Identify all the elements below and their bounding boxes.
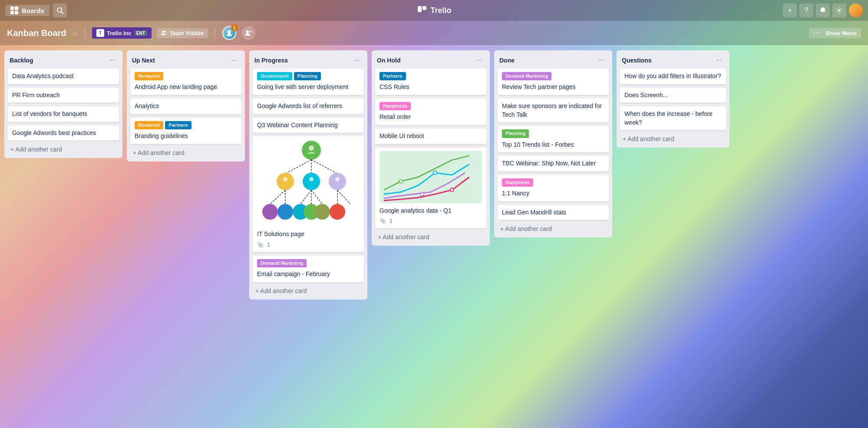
svg-point-7 [228, 30, 231, 33]
card-labels-trends: Planning [502, 129, 604, 138]
card-meta-it: 📎 1 [257, 241, 360, 249]
card-email-campaign[interactable]: Demand Marketing Email campaign - Februa… [253, 256, 364, 282]
column-title-on-hold: On Hold [377, 57, 400, 64]
svg-rect-2 [417, 6, 421, 12]
column-header-done: Done ··· [498, 54, 609, 69]
column-header-on-hold: On Hold ··· [375, 54, 486, 69]
svg-line-20 [300, 190, 311, 204]
bell-icon [819, 7, 826, 14]
label-demand-marketing2: Demand Marketing [502, 72, 551, 80]
svg-point-30 [330, 204, 345, 220]
column-header-backlog: Backlog ··· [8, 54, 119, 69]
card-q3-webinar[interactable]: Q3 Webinar Content Planning [253, 118, 364, 133]
add-card-backlog[interactable]: + Add another card [8, 144, 119, 155]
column-menu-in-progress[interactable]: ··· [351, 56, 362, 65]
help-button[interactable]: ? [799, 3, 813, 17]
search-button[interactable] [53, 3, 67, 17]
column-menu-questions[interactable]: ··· [713, 56, 724, 65]
card-mobile-ui[interactable]: Mobile UI reboot [375, 128, 486, 144]
show-menu-button[interactable]: ··· Show Menu [809, 28, 861, 38]
card-how-filters[interactable]: How do you add filters in Illustrator? [620, 69, 726, 84]
label-happiness2: Happiness [502, 178, 533, 187]
add-card-in-progress[interactable]: + Add another card [253, 286, 364, 296]
gear-icon [836, 7, 843, 14]
column-up-next: Up Next ··· Remarket Android App new lan… [127, 50, 245, 161]
add-member-button[interactable] [241, 26, 255, 40]
boards-button[interactable]: Boards [5, 5, 50, 16]
card-labels-email: Demand Marketing [257, 259, 360, 267]
column-backlog: Backlog ··· Data Analytics podcast PR Fi… [4, 50, 122, 158]
label-partners: Partners [165, 121, 191, 129]
add-card-questions[interactable]: + Add another card [620, 134, 726, 144]
member-avatar-container[interactable]: 1 [222, 26, 236, 40]
label-planning: Planning [294, 72, 321, 80]
avatar-person-icon [226, 30, 233, 36]
card-nancy[interactable]: Happiness 1:1 Nancy [498, 175, 609, 201]
add-card-done[interactable]: + Add another card [498, 224, 609, 234]
svg-point-32 [283, 177, 287, 181]
workspace-badge[interactable]: T Trello Inc ENT [92, 27, 152, 39]
column-header-questions: Questions ··· [620, 54, 726, 69]
visibility-label: Team Visible [170, 30, 204, 36]
card-branding[interactable]: Remarket Partners Branding guidelines [130, 118, 241, 144]
card-labels-server: Government Planning [257, 72, 360, 80]
columns-area: Backlog ··· Data Analytics podcast PR Fi… [0, 45, 868, 428]
card-analytics[interactable]: Analytics [130, 99, 241, 114]
star-icon[interactable]: ☆ [72, 29, 78, 37]
workspace-name: Trello Inc [107, 30, 132, 36]
trello-logo-text: Trello [430, 6, 451, 15]
column-menu-backlog[interactable]: ··· [106, 56, 117, 65]
team-icon [161, 30, 167, 36]
label-happiness: Happiness [380, 102, 411, 110]
board-header-right: ··· Show Menu [809, 28, 861, 38]
card-google-adwords-referrers[interactable]: Google Adwords list of referrers [253, 99, 364, 114]
svg-line-18 [270, 190, 285, 204]
svg-point-25 [262, 204, 278, 220]
card-list-vendors[interactable]: List of vendors for banquets [8, 106, 119, 122]
label-remarket2: Remarket [135, 121, 163, 129]
card-google-analytics[interactable]: Google analytics data - Q1 📎 1 [375, 148, 486, 228]
column-header-in-progress: In Progress ··· [253, 54, 364, 69]
column-title-backlog: Backlog [10, 57, 33, 64]
card-top10-trends[interactable]: Planning Top 10 Trends list - Forbes [498, 126, 609, 152]
svg-line-1 [61, 12, 63, 13]
add-button[interactable]: + [783, 3, 797, 17]
notifications-button[interactable] [816, 3, 830, 17]
card-review-tech[interactable]: Demand Marketing Review Tech partner pag… [498, 69, 609, 95]
card-labels: Remarket [135, 72, 237, 80]
card-lead-gen[interactable]: Lead Gen Mandrill stats [498, 205, 609, 221]
visibility-button[interactable]: Team Visible [157, 28, 208, 38]
card-css-rules[interactable]: Partners CSS Rules [375, 69, 486, 95]
card-android-app[interactable]: Remarket Android App new landing page [130, 69, 241, 95]
svg-point-38 [450, 188, 454, 191]
svg-point-31 [309, 145, 314, 151]
svg-line-14 [311, 160, 337, 174]
svg-rect-3 [422, 6, 426, 10]
card-tbc-webinar[interactable]: TBC Webinar: Ship Now, Not Later [498, 156, 609, 171]
add-card-up-next[interactable]: + Add another card [130, 148, 241, 158]
column-done: Done ··· Demand Marketing Review Tech pa… [494, 50, 612, 237]
add-person-icon [245, 30, 252, 36]
label-planning2: Planning [502, 129, 529, 138]
card-it-solutions[interactable]: IT Solutions page 📎 1 [253, 136, 364, 252]
card-pr-firm[interactable]: PR Firm outreach [8, 88, 119, 103]
board-header: Kanban Board ☆ T Trello Inc ENT Team Vis… [0, 21, 868, 45]
user-avatar[interactable] [849, 3, 863, 17]
card-when-increase[interactable]: When does the increase - before week? [620, 106, 726, 130]
top-nav: Boards Trello + ? [0, 0, 868, 21]
label-partners2: Partners [380, 72, 406, 80]
card-server-deployment[interactable]: Government Planning Going live with serv… [253, 69, 364, 95]
add-card-on-hold[interactable]: + Add another card [375, 232, 486, 242]
column-menu-on-hold[interactable]: ··· [474, 56, 485, 65]
card-google-adwords-best[interactable]: Google Adwords best practices [8, 125, 119, 141]
settings-button[interactable] [832, 3, 846, 17]
card-labels-branding: Remarket Partners [135, 121, 237, 129]
card-retail-order[interactable]: Happiness Retail order [375, 99, 486, 125]
column-questions: Questions ··· How do you add filters in … [617, 50, 729, 148]
card-data-analytics[interactable]: Data Analytics podcast [8, 69, 119, 84]
column-menu-done[interactable]: ··· [596, 56, 607, 65]
svg-point-29 [314, 204, 330, 220]
column-menu-up-next[interactable]: ··· [229, 56, 240, 65]
card-does-screenh[interactable]: Does Screenh... [620, 88, 726, 103]
card-sponsors[interactable]: Make sure sponsors are indicated for Tec… [498, 99, 609, 122]
